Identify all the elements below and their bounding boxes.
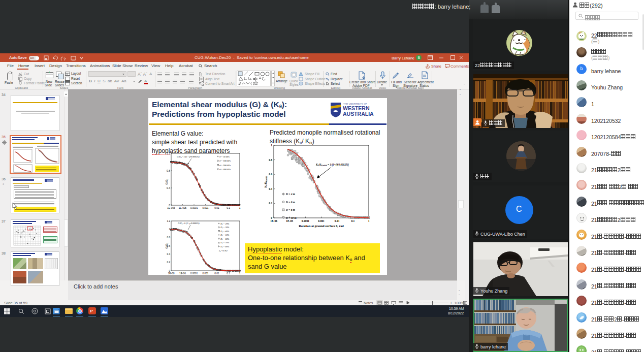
svg-text:0.8: 0.8 — [167, 236, 171, 239]
svg-text:σ′= 200 kPa: σ′= 200 kPa — [219, 164, 231, 167]
svg-text:D = 6 m: D = 6 m — [285, 201, 295, 204]
svg-text:σ′= 50 kPa: σ′= 50 kPa — [219, 155, 230, 158]
svg-text:0.001: 0.001 — [202, 207, 208, 209]
svg-text:1: 1 — [169, 228, 170, 231]
svg-text:e₀′=0.762: e₀′=0.762 — [219, 249, 228, 252]
svg-text:0.1: 0.1 — [351, 219, 355, 222]
svg-text:0.0001: 0.0001 — [190, 207, 198, 209]
svg-text:1E-06: 1E-06 — [179, 272, 186, 275]
svg-text:1: 1 — [271, 144, 272, 147]
svg-text:0.0001: 0.0001 — [302, 219, 309, 222]
svg-text:D = 8 m: D = 8 m — [285, 208, 295, 211]
svg-text:0.2: 0.2 — [269, 202, 272, 205]
svg-text:0.01: 0.01 — [335, 219, 340, 222]
svg-text:0.2: 0.2 — [167, 261, 171, 264]
svg-text:1E-08: 1E-08 — [168, 272, 175, 275]
svg-text:1: 1 — [239, 272, 241, 275]
svg-text:D = 10 m: D = 10 m — [285, 216, 297, 219]
svg-text:0.01: 0.01 — [214, 272, 219, 275]
svg-text:0: 0 — [169, 204, 170, 207]
svg-text:G/G₀=1/(1+γ/0.00025): G/G₀=1/(1+γ/0.00025) — [178, 222, 200, 225]
svg-text:Rotation at ground surface θ,: Rotation at ground surface θ, rad — [299, 224, 344, 228]
svg-text:0.1: 0.1 — [227, 272, 230, 275]
svg-text:σ′= 100 kPa: σ′= 100 kPa — [219, 159, 231, 162]
svg-text:σ′= 400 kPa: σ′= 400 kPa — [219, 168, 231, 171]
svg-text:1.2: 1.2 — [167, 152, 170, 155]
svg-text:Kθ/Kθ,initial: Kθ/Kθ,initial — [264, 176, 268, 187]
svg-text:0.4: 0.4 — [167, 186, 170, 189]
svg-text:0: 0 — [169, 270, 170, 272]
svg-text:0.8: 0.8 — [167, 169, 170, 172]
svg-text:0.4: 0.4 — [269, 187, 272, 190]
svg-text:1: 1 — [368, 219, 370, 222]
svg-text:1E-05: 1E-05 — [286, 219, 293, 222]
svg-text:0.0001: 0.0001 — [190, 272, 198, 275]
svg-text:G/G₀: G/G₀ — [165, 243, 168, 248]
svg-text:0.001: 0.001 — [202, 272, 208, 275]
svg-text:1E-005: 1E-005 — [179, 207, 187, 209]
svg-text:1: 1 — [239, 207, 241, 209]
svg-text:0.001: 0.001 — [318, 219, 325, 222]
svg-text:0.6: 0.6 — [269, 173, 272, 176]
svg-text:G/G₀: G/G₀ — [165, 179, 168, 184]
svg-text:D = 4 m: D = 4 m — [285, 193, 295, 196]
svg-text:0.8: 0.8 — [269, 158, 272, 162]
svg-text:G/G₀=1/(1+γ/0.00025): G/G₀=1/(1+γ/0.00025) — [177, 155, 200, 158]
svg-text:0.4: 0.4 — [167, 253, 171, 255]
svg-text:1E-06: 1E-06 — [270, 219, 277, 222]
svg-text:1E-006: 1E-006 — [167, 207, 175, 209]
svg-text:0.1: 0.1 — [227, 207, 230, 209]
svg-text:0.01: 0.01 — [214, 207, 219, 209]
svg-text:1.2: 1.2 — [167, 220, 171, 222]
